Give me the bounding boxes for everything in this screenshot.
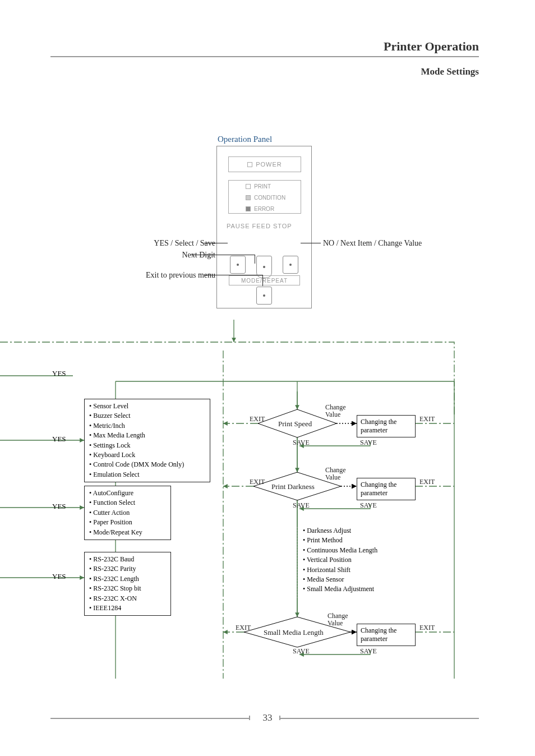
mode-button [256, 287, 272, 305]
decision-print-speed: Print Speed [278, 420, 312, 428]
save-3a: SAVE [293, 647, 310, 656]
changing-param-3: Changing the parameter [357, 624, 416, 646]
exit-2r: EXIT [419, 478, 435, 486]
flowchart-area: YES YES YES YES • Sensor Level• Buzzer S… [0, 320, 535, 684]
save-2a: SAVE [293, 501, 310, 510]
list-darkness: • Darkness Adjust• Print Method• Continu… [303, 526, 377, 594]
exit-3: EXIT [236, 624, 251, 632]
pause-feed-stop-labels: PAUSE FEED STOP [227, 223, 292, 229]
operation-panel-diagram: Operation Panel POWER PRINT CONDITION ER… [0, 123, 535, 303]
status-error: ERROR [254, 206, 274, 212]
decision-print-darkness: Print Darkness [271, 482, 315, 491]
yes-label-1: YES [52, 369, 66, 378]
changeval-1: Change Value [325, 404, 356, 418]
yes-label-3: YES [52, 502, 66, 511]
stop-button [283, 256, 298, 274]
op-panel-title: Operation Panel [218, 135, 272, 144]
header-subtitle: Mode Settings [421, 66, 479, 77]
label-yes: YES / Select / Save [114, 239, 215, 248]
label-exit: Exit to previous menu [114, 271, 215, 280]
page-header-title: Printer Operation [384, 39, 479, 54]
changeval-3: Change Value [328, 612, 358, 627]
list-sensor: • Sensor Level• Buzzer Select• Metric/In… [84, 399, 210, 482]
mode-repeat-label: MODE/REPEAT [229, 275, 300, 285]
status-condition: CONDITION [254, 195, 285, 201]
exit-1r: EXIT [419, 415, 435, 423]
yes-label-4: YES [52, 572, 66, 581]
save-1b: SAVE [360, 439, 377, 447]
header-rule [50, 56, 479, 57]
status-print: PRINT [254, 183, 271, 190]
pause-button [230, 256, 246, 274]
changing-param-1: Changing the parameter [357, 415, 416, 437]
page-number: 33 [0, 712, 535, 723]
list-auto: • AutoConfigure• Function Select• Cutter… [84, 486, 171, 540]
exit-1: EXIT [250, 415, 265, 423]
save-1a: SAVE [293, 439, 310, 447]
power-label: POWER [256, 161, 282, 168]
changing-param-2: Changing the parameter [357, 478, 416, 500]
changeval-2: Change Value [325, 467, 356, 481]
yes-label-2: YES [52, 435, 66, 444]
status-box: PRINT CONDITION ERROR [228, 180, 301, 214]
list-rs232: • RS-232C Baud• RS-232C Parity• RS-232C … [84, 552, 171, 616]
power-indicator: POWER [228, 156, 301, 172]
save-2b: SAVE [360, 501, 377, 510]
save-3b: SAVE [360, 647, 377, 656]
decision-small-media: Small Media Length [264, 628, 324, 637]
label-no: NO / Next Item / Change Value [323, 239, 463, 248]
exit-3r: EXIT [419, 624, 435, 632]
label-next-digit: Next Digit [114, 251, 215, 260]
exit-2: EXIT [250, 478, 265, 486]
